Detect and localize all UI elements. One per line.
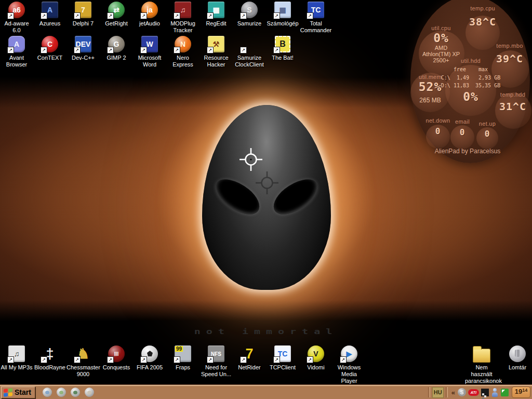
shortcut-arrow-icon: ↗ [41, 356, 47, 363]
screen-capture-tray-icon[interactable] [481, 389, 489, 396]
shortcut-arrow-icon: ↗ [140, 356, 147, 363]
alienpad-widget[interactable]: temp.cpu 38^C util.cpu 0% AMD Athlon(TM)… [410, 0, 530, 163]
shortcut-arrow-icon: ↗ [107, 47, 114, 54]
desktop-icon-label: GIMP 2 [107, 55, 126, 61]
ati-tray-icon[interactable]: ATI [468, 389, 479, 396]
desktop-icon-label: Avant Browser [0, 55, 33, 68]
windows-logo-icon [4, 388, 12, 397]
shortcut-arrow-icon: ↗ [140, 12, 147, 19]
desktop-icon-szamologep[interactable]: ▦↗Számológép [266, 1, 299, 34]
desktop-icon-samurize[interactable]: S↗Samurize [233, 1, 266, 34]
desktop-icon-all-my-mp3s[interactable]: ♫↗All My MP3s [0, 345, 33, 384]
start-button[interactable]: Start [1, 387, 35, 398]
desktop-icon-bloodrayne[interactable]: ‡↗BloodRayne [33, 345, 66, 384]
desktop-icon-delphi-7[interactable]: 7↗Delphi 7 [66, 1, 100, 34]
desktop-icon-ad-aware-6-0[interactable]: a6↗Ad-aware 6.0 [0, 1, 33, 34]
tray-icons: SATI [457, 388, 510, 397]
recycle-bin-lomtar-icon [509, 345, 526, 362]
tray-chevron-button[interactable]: « [451, 389, 455, 396]
quick-launch-icon-4[interactable] [85, 388, 94, 397]
desktop-icon-recycle-bin-lomtar[interactable]: Lomtár [503, 345, 532, 384]
shortcut-arrow-icon: ↗ [74, 47, 81, 54]
desktop-icon-chessmaster-9000[interactable]: ♞↗Chessmaster 9000 [66, 345, 100, 384]
desktop-icon-label: The Bat! [272, 55, 294, 61]
desktop-icon-modplug-tracker[interactable]: ♫↗MODPlug Tracker [166, 1, 200, 34]
samurize-tray-icon[interactable]: S [458, 388, 466, 396]
desktop-icon-label: Total Commander [299, 20, 332, 34]
desktop-icon-samurize-clockclient[interactable]: ↗Samurize ClockClient [233, 35, 266, 68]
desktop-icon-total-commander[interactable]: TC↗Total Commander [299, 1, 332, 34]
desktop-icon-regedit[interactable]: ▦↗RegEdit [200, 1, 233, 34]
desktop-icon-fifa-2005[interactable]: ↗FIFA 2005 [133, 345, 166, 384]
shortcut-arrow-icon: ↗ [107, 356, 114, 363]
desktop-icon-nero-express[interactable]: N↗Nero Express [166, 35, 200, 68]
desktop-icon-unused-shortcuts-folder[interactable]: Nem használt parancsikonok [460, 345, 503, 384]
desktop-icon-label: Ad-aware 6.0 [0, 20, 33, 34]
shortcut-arrow-icon: ↗ [140, 47, 147, 54]
desktop-icon-netrider[interactable]: 7↗NetRider [233, 345, 266, 384]
shortcut-arrow-icon: ↗ [240, 12, 247, 19]
desktop-icon-conquests[interactable]: III↗Conquests [100, 345, 133, 384]
desktop-icon-context[interactable]: C↗ConTEXT [33, 35, 66, 68]
shortcut-arrow-icon: ↗ [174, 47, 180, 54]
modplug-tracker-glyph: ♫ [180, 6, 186, 14]
resource-hacker-glyph: ⚒ [213, 40, 220, 48]
desktop-icon-label: Fraps [176, 364, 190, 371]
szamologep-glyph: ▦ [279, 6, 286, 14]
taskbar-clock[interactable]: 19 14 [512, 387, 530, 398]
shortcut-arrow-icon: ↗ [273, 356, 280, 363]
shortcut-arrow-icon: ↗ [273, 47, 280, 54]
desktop-icon-gimp-2[interactable]: G↗GIMP 2 [100, 35, 133, 68]
crosshair-cursor [240, 148, 262, 171]
desktop: not immortal a6↗Ad-aware 6.0A↗Azureus7↗D… [0, 0, 532, 399]
all-my-mp3s-glyph: ♫ [14, 350, 20, 358]
desktop-icon-row-top-2: A↗Avant BrowserC↗ConTEXTDEV↗Dev-C++G↗GIM… [0, 35, 299, 68]
shortcut-arrow-icon: ↗ [74, 12, 81, 19]
desktop-icon-label: RegEdit [206, 20, 226, 27]
desktop-icon-vidomi[interactable]: V↗Vidomi [299, 345, 332, 384]
desktop-icon-label: Need for Speed Un... [200, 364, 233, 378]
desktop-icon-tcpclient[interactable]: TC↗TCPClient [266, 345, 299, 384]
desktop-icon-need-for-speed-underground[interactable]: NFS↗Need for Speed Un... [200, 345, 233, 384]
shortcut-arrow-icon: ↗ [307, 356, 313, 363]
shortcut-arrow-icon: ↗ [307, 12, 313, 19]
desktop-icon-avant-browser[interactable]: A↗Avant Browser [0, 35, 33, 68]
windows-media-player-glyph: ▶ [347, 350, 352, 358]
util-hdd-cell: util.hdd free max C:\ 1,49 2,93 GB D:\ 1… [441, 58, 500, 103]
util-mem-cell: util.mem 52% 265 MB [419, 74, 442, 104]
desktop-icon-label: BloodRayne [34, 364, 65, 371]
nero-express-glyph: N [180, 40, 185, 48]
shortcut-arrow-icon: ↗ [174, 12, 180, 19]
desktop-icon-resource-hacker[interactable]: ⚒↗Resource Hacker [200, 35, 233, 68]
taskbar: Start HU « SATI 19 14 [0, 384, 532, 399]
shortcut-arrow-icon: ↗ [41, 12, 47, 19]
avant-browser-glyph: A [14, 40, 19, 48]
quick-launch-icon-2[interactable] [57, 388, 66, 397]
amd-tray-icon[interactable] [501, 389, 509, 396]
desktop-icon-dev-c-plus-plus[interactable]: DEV↗Dev-C++ [66, 35, 100, 68]
quick-launch-icon-3[interactable] [71, 388, 80, 397]
desktop-icon-label: NetRider [238, 364, 260, 371]
messenger-tray-icon[interactable] [491, 388, 499, 397]
shortcut-arrow-icon: ↗ [340, 356, 347, 363]
net-down-cell: net.down 0 [425, 117, 450, 136]
desktop-icon-jetaudio[interactable]: ja↗jetAudio [133, 1, 166, 34]
quick-launch-icon-1[interactable] [43, 388, 52, 397]
the-bat-glyph: B [280, 39, 286, 49]
desktop-icon-the-bat[interactable]: B↗The Bat! [266, 35, 299, 68]
vidomi-glyph: V [313, 350, 318, 358]
desktop-icon-label: Conquests [103, 364, 130, 371]
desktop-icon-windows-media-player[interactable]: ▶↗Windows Media Player [332, 345, 366, 384]
widget-credit: AlienPad by Paracelsus [435, 148, 501, 155]
desktop-icon-fraps[interactable]: 99↗Fraps [166, 345, 200, 384]
wallpaper-caption: not immortal [0, 327, 532, 336]
desktop-icon-azureus[interactable]: A↗Azureus [33, 1, 66, 34]
desktop-icon-label: Dev-C++ [72, 55, 95, 61]
jetaudio-glyph: ja [147, 6, 153, 14]
gimp-2-glyph: G [114, 40, 119, 48]
desktop-icon-microsoft-word[interactable]: W↗Microsoft Word [133, 35, 166, 68]
language-indicator[interactable]: HU [432, 387, 444, 398]
desktop-icon-label: Delphi 7 [73, 20, 94, 27]
desktop-icon-getright[interactable]: ⇄↗GetRight [100, 1, 133, 34]
desktop-icon-label: Nero Express [166, 55, 200, 68]
